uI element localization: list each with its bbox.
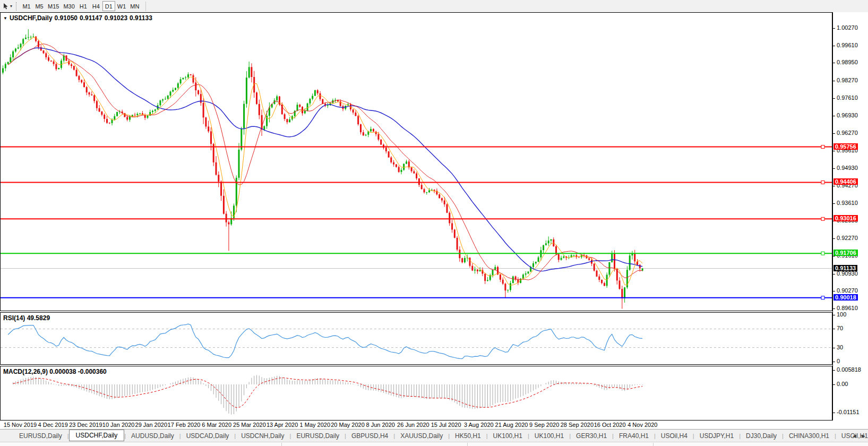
date-label: 8 Jun 2020 <box>366 422 394 428</box>
tab-scroll-right-icon[interactable]: ▶ <box>862 433 865 439</box>
axis-tick-mark <box>833 384 835 385</box>
axis-tick-mark <box>833 413 835 413</box>
macd-canvas[interactable] <box>1 366 832 420</box>
timeframe-button-M1[interactable]: M1 <box>20 1 33 11</box>
timeframe-button-M30[interactable]: M30 <box>61 1 76 11</box>
price-tick: 0.90270 <box>837 287 858 294</box>
date-label: 20 May 2020 <box>331 422 365 428</box>
timeframe-button-W1[interactable]: W1 <box>115 1 128 11</box>
date-axis[interactable]: 15 Nov 20194 Dec 201923 Dec 201910 Jan 2… <box>0 421 832 429</box>
axis-tick-mark <box>833 98 835 99</box>
chart-tab-china300-h1[interactable]: CHINA300,H1 <box>784 431 835 441</box>
axis-tick-mark <box>833 370 835 371</box>
rsi-tick: 100 <box>837 311 846 318</box>
date-label: 9 Sep 2020 <box>529 422 559 428</box>
macd-tick: 0.005818 <box>837 366 861 373</box>
axis-tick-mark <box>833 315 835 315</box>
price-tick: 1.00270 <box>837 24 858 31</box>
price-tick: 0.93610 <box>837 200 858 206</box>
timeframe-buttons: M1M5M15M30H1H4D1W1MN <box>20 1 141 11</box>
chart-tab-usoil-h4[interactable]: USOil,H4 <box>656 431 693 441</box>
chart-tab-ger30-h1[interactable]: GER30,H1 <box>571 431 612 441</box>
timeframe-button-H1[interactable]: H1 <box>77 1 90 11</box>
macd-tick: -0.01151 <box>837 409 860 415</box>
cursor-tool-icon[interactable] <box>2 3 10 10</box>
timeframe-button-M15[interactable]: M15 <box>46 1 61 11</box>
date-label: 15 Jul 2020 <box>431 422 461 428</box>
date-label: 4 Nov 2020 <box>628 422 657 428</box>
timeframe-button-H4[interactable]: H4 <box>90 1 102 11</box>
current-price-label: 0.91133 <box>833 265 857 271</box>
axis-tick-mark <box>833 203 835 204</box>
rsi-tick: 30 <box>837 344 843 350</box>
axis-tick-mark <box>833 308 835 309</box>
ohlc-high: 0.91147 <box>80 14 102 22</box>
date-label: 29 Jan 2020 <box>135 422 168 428</box>
price-tick: 0.99610 <box>837 42 858 48</box>
chart-title: ▼USDCHF,Daily0.910500.911470.910230.9113… <box>3 14 154 22</box>
dropdown-caret-icon[interactable]: ▾ <box>10 4 12 8</box>
chart-tab-usdchf-daily[interactable]: USDCHF,Daily <box>69 430 125 441</box>
price-tick: 0.96270 <box>837 130 858 136</box>
candlestick-canvas[interactable] <box>1 13 832 311</box>
axis-tick-mark <box>833 168 835 169</box>
status-bar <box>0 442 868 446</box>
price-tick: 0.89610 <box>837 305 858 311</box>
hline-price-label[interactable]: 0.95756 <box>833 143 858 150</box>
date-label: 26 Jun 2020 <box>397 422 429 428</box>
chart-tab-fra40-h1[interactable]: FRA40,H1 <box>614 431 654 441</box>
date-label: 28 Sep 2020 <box>561 422 594 428</box>
axis-tick-mark <box>833 348 835 348</box>
chart-tab-audusd-daily[interactable]: AUDUSD,Daily <box>126 431 179 441</box>
chart-tab-eurusd-daily[interactable]: EURUSD,Daily <box>14 431 67 441</box>
timeframe-button-M5[interactable]: M5 <box>33 1 46 11</box>
chart-tab-xauusd-daily[interactable]: XAUUSD,Daily <box>395 431 448 441</box>
date-label: 4 Dec 2019 <box>38 422 68 428</box>
axis-tick-mark <box>833 186 835 186</box>
rsi-pane[interactable]: RSI(14) 49.5829 <box>0 312 832 365</box>
timeframe-button-D1[interactable]: D1 <box>102 1 115 11</box>
chart-tab-uk100-h1[interactable]: UK100,H1 <box>529 431 569 441</box>
price-tick: 0.94930 <box>837 165 858 171</box>
chart-tab-dj30-daily[interactable]: DJ30,Daily <box>741 431 782 441</box>
date-label: 17 Feb 2020 <box>168 422 201 428</box>
axis-tick-mark <box>833 28 835 29</box>
axis-tick-mark <box>833 151 835 151</box>
date-label: 21 Aug 2020 <box>495 422 528 428</box>
chart-tab-usdcad-daily[interactable]: USDCAD,Daily <box>181 431 235 441</box>
price-axis[interactable]: 1.002700.996100.989500.982700.976100.969… <box>832 12 868 421</box>
axis-tick-mark <box>833 81 835 81</box>
status-bar-divider <box>467 443 468 446</box>
chart-tab-hk50-h1[interactable]: HK50,H1 <box>450 431 486 441</box>
date-label: 23 Dec 2019 <box>69 422 102 428</box>
rsi-tick: 70 <box>837 325 843 331</box>
chart-tab-usdcnh-daily[interactable]: USDCNH,Daily <box>236 431 289 441</box>
chart-tab-gbpusd-h4[interactable]: GBPUSD,H4 <box>346 431 393 441</box>
main-chart-pane[interactable]: ▼USDCHF,Daily0.910500.911470.910230.9113… <box>0 12 832 311</box>
macd-pane[interactable]: MACD(12,26,9) 0.000038 -0.000360 <box>0 366 832 421</box>
axis-tick-mark <box>833 291 835 291</box>
timeframe-button-MN[interactable]: MN <box>128 1 141 11</box>
hline-price-label[interactable]: 0.90018 <box>833 294 858 301</box>
hline-price-label[interactable]: 0.93016 <box>833 215 858 221</box>
toolbar: ▾ M1M5M15M30H1H4D1W1MN <box>0 0 868 12</box>
axis-tick-mark <box>833 274 835 275</box>
date-label: 3 Aug 2020 <box>464 422 494 428</box>
price-tick: 0.98270 <box>837 77 858 83</box>
macd-tick: 0.00 <box>837 381 848 387</box>
hline-price-label[interactable]: 0.91706 <box>833 250 858 256</box>
chart-tab-eurusd-daily[interactable]: EURUSD,Daily <box>291 431 345 441</box>
toolbar-separator <box>145 2 146 11</box>
axis-tick-mark <box>833 238 835 239</box>
chart-collapse-icon[interactable]: ▼ <box>3 16 7 21</box>
rsi-canvas[interactable] <box>1 313 832 364</box>
hline-price-label[interactable]: 0.94406 <box>833 178 858 185</box>
chart-tab-usdjpy-h1[interactable]: USDJPY,H1 <box>694 431 739 441</box>
tab-scroll-left-icon[interactable]: ◀ <box>853 433 856 439</box>
ohlc-close: 0.91133 <box>130 14 152 22</box>
rsi-tick: 0 <box>837 358 840 364</box>
date-label: 10 Jan 2020 <box>102 422 135 428</box>
date-label: 6 Mar 2020 <box>202 422 231 428</box>
date-label: 15 Nov 2019 <box>4 422 37 428</box>
chart-tab-uk100-h1[interactable]: UK100,H1 <box>488 431 528 441</box>
